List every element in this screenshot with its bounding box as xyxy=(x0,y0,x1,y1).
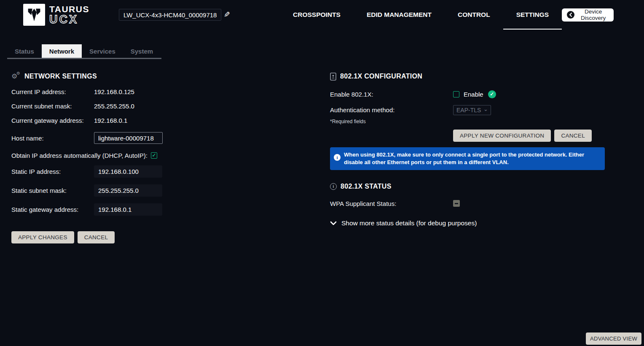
field-label: Static subnet mask: xyxy=(11,187,94,194)
edit-pencil-icon[interactable]: ✎ xyxy=(224,10,230,19)
section-title-text: 802.1X STATUS xyxy=(341,183,392,190)
show-more-toggle[interactable]: Show more status details (for debug purp… xyxy=(330,219,605,227)
enable-8021x-checkbox[interactable] xyxy=(453,91,459,97)
field-label: Current subnet mask: xyxy=(11,103,94,110)
nav-control[interactable]: CONTROL xyxy=(445,0,503,30)
tab-system[interactable]: System xyxy=(123,44,161,58)
host-name-input[interactable] xyxy=(94,132,163,144)
auth-method-select[interactable]: EAP-TLS ⌄ xyxy=(453,105,491,115)
field-label: Obtain IP address automatically (DHCP, A… xyxy=(11,152,148,159)
section-title-text: 802.1X CONFIGURATION xyxy=(340,73,422,80)
brand-subtitle: UCX xyxy=(49,14,89,25)
network-settings-header: ⚙ ⚙ NETWORK SETTINGS xyxy=(11,72,306,81)
enable-8021x-row: Enable 802.1X: Enable ✓ xyxy=(330,90,605,98)
auth-method-row: Authentication method: EAP-TLS ⌄ xyxy=(330,105,605,115)
static-gateway-row: Static gateway address: xyxy=(11,203,306,216)
nav-crosspoints[interactable]: CROSSPOINTS xyxy=(280,0,354,30)
field-label: Authentication method: xyxy=(330,106,453,114)
brand-title: TAURUS xyxy=(49,5,89,14)
status-ok-icon: ✓ xyxy=(488,90,496,98)
chevron-down-icon xyxy=(330,221,337,225)
static-subnet-row: Static subnet mask: xyxy=(11,184,306,197)
required-fields-note: *Required fields xyxy=(330,119,605,124)
cancel-button[interactable]: CANCEL xyxy=(78,231,115,243)
enable-checkbox-label: Enable xyxy=(464,91,483,98)
device-name-input[interactable] xyxy=(119,9,221,21)
main-nav: CROSSPOINTS EDID MANAGEMENT CONTROL SETT… xyxy=(280,0,562,30)
auth-method-value: EAP-TLS xyxy=(456,107,481,114)
field-label: Current gateway address: xyxy=(11,117,94,124)
field-label: WPA Supplicant Status: xyxy=(330,200,453,207)
current-ip-value: 192.168.0.125 xyxy=(94,88,134,95)
field-label: Current IP address: xyxy=(11,88,94,95)
dot1x-buttons: APPLY NEW CONFIGURATION CANCEL xyxy=(453,130,605,142)
dot1x-config-header: 802.1X CONFIGURATION xyxy=(330,72,605,81)
nav-settings[interactable]: SETTINGS xyxy=(503,0,562,30)
network-buttons: APPLY CHANGES CANCEL xyxy=(11,231,306,243)
apply-new-configuration-button[interactable]: APPLY NEW CONFIGURATION xyxy=(453,130,551,142)
brand-text: TAURUS UCX xyxy=(49,5,89,25)
device-name-group: ✎ xyxy=(119,9,230,21)
info-icon: i xyxy=(334,154,341,161)
device-discovery-button[interactable]: Device Discovery xyxy=(562,8,614,22)
field-label: Static gateway address: xyxy=(11,206,94,213)
dot1x-status-header: i 802.1X STATUS xyxy=(330,182,605,191)
indeterminate-status-icon xyxy=(453,200,460,207)
info-outline-icon: i xyxy=(330,183,337,190)
cancel-configuration-button[interactable]: CANCEL xyxy=(554,130,592,142)
field-label: Host name: xyxy=(11,135,94,142)
current-gateway-value: 192.168.0.1 xyxy=(94,117,127,124)
tab-services[interactable]: Services xyxy=(82,44,123,58)
static-gateway-input[interactable] xyxy=(94,203,162,216)
section-title-text: NETWORK SETTINGS xyxy=(24,73,97,80)
info-banner: i When using 802.1X, make sure to only c… xyxy=(330,147,605,170)
device-discovery-label: Device Discovery xyxy=(578,8,609,21)
tab-network[interactable]: Network xyxy=(42,44,82,58)
app-header: TAURUS UCX ✎ CROSSPOINTS EDID MANAGEMENT… xyxy=(0,0,644,30)
current-gateway-row: Current gateway address: 192.168.0.1 xyxy=(11,117,306,124)
static-ip-row: Static IP address: xyxy=(11,165,306,178)
current-ip-row: Current IP address: 192.168.0.125 xyxy=(11,88,306,95)
bull-icon xyxy=(25,5,43,24)
info-banner-text: When using 802.1X, make sure to only con… xyxy=(344,151,596,166)
dhcp-checkbox[interactable]: ✓ xyxy=(151,152,157,159)
static-subnet-input[interactable] xyxy=(94,184,162,197)
dot1x-section: 802.1X CONFIGURATION Enable 802.1X: Enab… xyxy=(330,72,605,227)
network-settings-section: ⚙ ⚙ NETWORK SETTINGS Current IP address:… xyxy=(11,72,306,243)
chevron-down-icon: ⌄ xyxy=(483,106,488,112)
nav-edid-management[interactable]: EDID MANAGEMENT xyxy=(354,0,445,30)
show-more-label: Show more status details (for debug purp… xyxy=(341,219,477,227)
host-name-row: Host name: xyxy=(11,132,306,144)
current-subnet-value: 255.255.255.0 xyxy=(94,103,134,110)
field-label: Enable 802.1X: xyxy=(330,91,453,98)
wpa-supplicant-row: WPA Supplicant Status: xyxy=(330,200,605,207)
taurus-logo xyxy=(23,4,45,26)
checkmark-icon: ✓ xyxy=(152,153,156,158)
settings-tab-bar: Status Network Services System xyxy=(7,44,161,59)
back-chevron-icon xyxy=(567,11,574,19)
tab-status[interactable]: Status xyxy=(7,44,42,58)
advanced-view-button[interactable]: ADVANCED VIEW xyxy=(586,332,641,345)
dhcp-row: Obtain IP address automatically (DHCP, A… xyxy=(11,152,306,159)
gears-icon: ⚙ ⚙ xyxy=(11,72,21,81)
field-label: Static IP address: xyxy=(11,168,94,175)
id-badge-icon xyxy=(330,73,336,81)
apply-changes-button[interactable]: APPLY CHANGES xyxy=(11,231,74,243)
current-subnet-row: Current subnet mask: 255.255.255.0 xyxy=(11,103,306,110)
static-ip-input[interactable] xyxy=(94,165,162,178)
